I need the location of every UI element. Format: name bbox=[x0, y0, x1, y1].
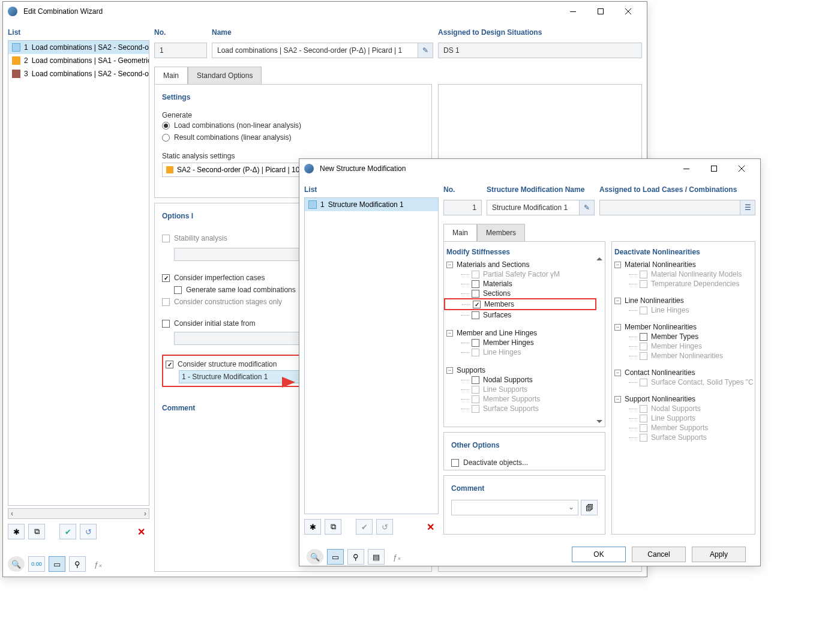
check-sections[interactable] bbox=[472, 290, 479, 298]
check-nodal-sup-nl[interactable] bbox=[640, 405, 647, 413]
copy-button[interactable]: ⧉ bbox=[28, 524, 45, 539]
check-surface-contact[interactable] bbox=[640, 379, 647, 386]
check-all-button[interactable]: ✔ bbox=[356, 519, 373, 535]
horizontal-scrollbar[interactable]: ‹ › bbox=[8, 508, 149, 519]
view-toggle-2-icon[interactable]: ⚲ bbox=[69, 556, 86, 572]
check-surface-supports[interactable] bbox=[472, 405, 479, 413]
no-field[interactable]: 1 bbox=[443, 200, 482, 215]
check-nl-models[interactable] bbox=[640, 271, 647, 278]
radio-linear[interactable]: Result combinations (linear analysis) bbox=[162, 131, 424, 143]
comment-field[interactable]: ⌄ bbox=[451, 500, 578, 515]
check-temp-dep[interactable] bbox=[640, 280, 647, 288]
list-item[interactable]: 1 Load combinations | SA2 - Second-o bbox=[8, 41, 149, 54]
new-button[interactable]: ✱ bbox=[8, 524, 25, 539]
scroll-down-icon[interactable] bbox=[596, 420, 602, 423]
minimize-button[interactable] bbox=[559, 2, 587, 20]
collapse-icon[interactable]: − bbox=[446, 330, 453, 337]
ok-button[interactable]: OK bbox=[572, 547, 626, 562]
new-button[interactable]: ✱ bbox=[304, 519, 321, 535]
tree-group-member-nl[interactable]: Member Nonlinearities bbox=[623, 323, 697, 331]
check-member-nonlin[interactable] bbox=[640, 352, 647, 360]
svg-rect-1 bbox=[598, 9, 604, 14]
function-icon[interactable]: ƒₓ bbox=[388, 549, 405, 565]
edit-name-icon[interactable]: ✎ bbox=[579, 200, 595, 215]
check-member-hinges[interactable] bbox=[472, 339, 479, 347]
select-assigned-icon[interactable]: ☰ bbox=[740, 200, 755, 215]
color-swatch-icon bbox=[166, 166, 173, 173]
check-member-sup-nl[interactable] bbox=[640, 424, 647, 432]
delete-button[interactable]: ✕ bbox=[422, 519, 439, 535]
units-icon[interactable]: 0.00 bbox=[28, 556, 45, 572]
tab-members[interactable]: Members bbox=[477, 224, 525, 241]
close-button[interactable] bbox=[614, 2, 642, 20]
collapse-icon[interactable]: − bbox=[446, 367, 453, 374]
tree-group-hinges[interactable]: Member and Line Hinges bbox=[455, 329, 537, 337]
check-line-sup-nl[interactable] bbox=[640, 415, 647, 422]
maximize-button[interactable] bbox=[587, 2, 614, 20]
maximize-button[interactable] bbox=[700, 160, 728, 178]
other-options-heading: Other Options bbox=[451, 439, 598, 453]
assigned-field[interactable]: DS 1 bbox=[438, 43, 642, 58]
view-toggle-1-icon[interactable]: ▭ bbox=[49, 556, 65, 572]
tree-group-contact-nl[interactable]: Contact Nonlinearities bbox=[623, 368, 695, 377]
check-surfaces[interactable] bbox=[472, 311, 479, 319]
copy-button[interactable]: ⧉ bbox=[325, 519, 341, 535]
tree-group-line-nl[interactable]: Line Nonlinearities bbox=[623, 296, 684, 305]
list-item[interactable]: 1 Structure Modification 1 bbox=[305, 198, 438, 211]
check-psf[interactable] bbox=[472, 271, 479, 278]
view-toggle-3-icon[interactable]: ▤ bbox=[368, 549, 385, 565]
check-all-button[interactable]: ✔ bbox=[59, 524, 76, 539]
check-line-hinges-nl[interactable] bbox=[640, 307, 647, 314]
collapse-icon[interactable]: − bbox=[614, 298, 621, 304]
delete-button[interactable]: ✕ bbox=[133, 524, 149, 539]
tree-group-materials-sections[interactable]: Materials and Sections bbox=[455, 260, 529, 269]
view-toggle-2-icon[interactable]: ⚲ bbox=[347, 549, 364, 565]
tree-group-material-nl[interactable]: Material Nonlinearities bbox=[623, 260, 696, 269]
collapse-icon[interactable]: − bbox=[446, 262, 453, 268]
check-member-hinges-nl[interactable] bbox=[640, 343, 647, 350]
app-icon bbox=[304, 164, 314, 173]
name-field[interactable]: Load combinations | SA2 - Second-order (… bbox=[212, 43, 418, 58]
combination-list[interactable]: 1 Load combinations | SA2 - Second-o 2 L… bbox=[8, 40, 149, 506]
view-toggle-1-icon[interactable]: ▭ bbox=[327, 549, 344, 565]
check-deactivate-objects[interactable]: Deactivate objects... bbox=[451, 457, 598, 469]
check-members[interactable] bbox=[473, 301, 481, 308]
check-member-supports[interactable] bbox=[472, 395, 479, 403]
modification-list[interactable]: 1 Structure Modification 1 bbox=[304, 197, 439, 514]
cancel-button[interactable]: Cancel bbox=[632, 547, 686, 562]
tab-main[interactable]: Main bbox=[154, 67, 188, 85]
search-icon[interactable]: 🔍 bbox=[307, 549, 323, 565]
minimize-button[interactable] bbox=[673, 160, 700, 178]
tab-standard-options[interactable]: Standard Options bbox=[188, 67, 262, 84]
check-line-hinges[interactable] bbox=[472, 349, 479, 356]
modification-list-panel: List 1 Structure Modification 1 ✱ ⧉ ✔ ↺ … bbox=[304, 183, 439, 535]
radio-nonlinear[interactable]: Load combinations (non-linear analysis) bbox=[162, 119, 424, 131]
check-nodal-supports[interactable] bbox=[472, 376, 479, 384]
assigned-field[interactable] bbox=[599, 200, 740, 215]
no-field[interactable]: 1 bbox=[154, 43, 207, 58]
collapse-icon[interactable]: − bbox=[614, 324, 621, 331]
check-member-types[interactable] bbox=[640, 333, 647, 341]
tree-group-supports[interactable]: Supports bbox=[455, 366, 485, 374]
collapse-icon[interactable]: − bbox=[614, 396, 621, 403]
search-icon[interactable]: 🔍 bbox=[8, 556, 25, 572]
apply-button[interactable]: Apply bbox=[692, 547, 746, 562]
list-item[interactable]: 3 Load combinations | SA2 - Second-o bbox=[8, 67, 149, 80]
tab-main[interactable]: Main bbox=[443, 224, 477, 242]
edit-name-icon[interactable]: ✎ bbox=[418, 43, 433, 58]
check-materials[interactable] bbox=[472, 280, 479, 288]
check-line-supports[interactable] bbox=[472, 386, 479, 394]
collapse-icon[interactable]: − bbox=[614, 262, 621, 268]
stiffnesses-heading: Modify Stiffnesses bbox=[446, 245, 602, 260]
uncheck-button[interactable]: ↺ bbox=[376, 519, 393, 535]
comment-attach-icon[interactable]: 🗐 bbox=[581, 500, 598, 515]
function-icon[interactable]: ƒₓ bbox=[89, 556, 106, 572]
list-item[interactable]: 2 Load combinations | SA1 - Geometric bbox=[8, 54, 149, 67]
collapse-icon[interactable]: − bbox=[614, 370, 621, 376]
tree-group-support-nl[interactable]: Support Nonlinearities bbox=[623, 395, 695, 403]
name-field[interactable]: Structure Modification 1 bbox=[487, 200, 580, 215]
check-surface-sup-nl[interactable] bbox=[640, 434, 647, 442]
close-button[interactable] bbox=[728, 160, 755, 178]
scroll-up-icon[interactable] bbox=[596, 257, 602, 260]
uncheck-button[interactable]: ↺ bbox=[80, 524, 97, 539]
